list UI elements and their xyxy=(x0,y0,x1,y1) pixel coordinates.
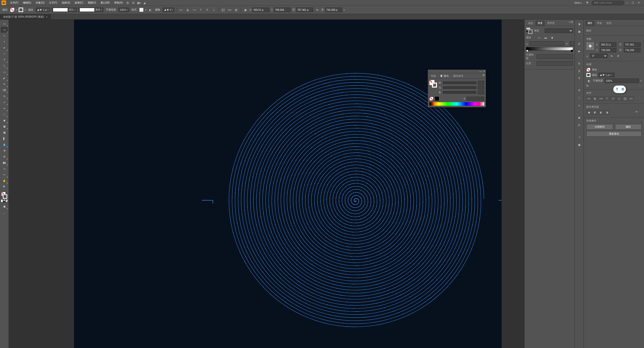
gradient-ramp[interactable] xyxy=(526,47,573,51)
dock-asset-export-icon[interactable]: ↗ xyxy=(577,134,582,140)
rotate-tool-icon[interactable]: ↻ xyxy=(1,93,8,99)
close-tab-icon[interactable]: × xyxy=(46,15,47,18)
align-b-icon[interactable]: ⤓ xyxy=(617,96,622,101)
transform-more-icon[interactable]: ▾ xyxy=(344,9,345,11)
b-slider[interactable] xyxy=(443,91,476,94)
prop-stroke-swatch[interactable] xyxy=(586,73,590,77)
selection-tool-icon[interactable]: ▭ xyxy=(1,21,8,27)
tab-color[interactable]: ◐ 颜色 xyxy=(438,74,451,78)
rectangle-tool-icon[interactable]: ▭ xyxy=(1,69,8,75)
shape-builder-tool-icon[interactable]: ◉ xyxy=(1,117,8,123)
brush-definition[interactable]: 基本▾ xyxy=(78,8,103,12)
prop-opacity-input[interactable] xyxy=(605,79,639,83)
dock-symbols-icon[interactable]: ▶ xyxy=(577,48,582,54)
g-slider[interactable] xyxy=(443,86,476,89)
menu-help[interactable]: 帮助(H) xyxy=(112,1,125,5)
b-value-input[interactable] xyxy=(478,90,484,94)
link-wh-icon[interactable]: ⇋ xyxy=(315,7,320,12)
h-input[interactable] xyxy=(325,8,342,12)
reference-point-widget[interactable] xyxy=(586,42,594,50)
paintbrush-tool-icon[interactable]: 🖌 xyxy=(1,75,8,81)
pathfinder-minus-icon[interactable]: ◩ xyxy=(592,110,597,115)
align-top-icon[interactable]: ⤒ xyxy=(198,7,203,12)
stroke-swatch[interactable] xyxy=(19,8,23,12)
fill-stroke-swatch[interactable] xyxy=(1,191,8,199)
tab-libraries[interactable]: 库板 xyxy=(595,21,604,26)
screen-mode-icon[interactable]: ▣ xyxy=(1,203,8,209)
perspective-tool-icon[interactable]: ▦ xyxy=(1,123,8,129)
color-panel-menu-icon[interactable]: ☰ xyxy=(482,74,485,78)
column-graph-tool-icon[interactable]: ▮▮ xyxy=(1,160,8,166)
black-swatch-icon[interactable] xyxy=(435,97,439,101)
opacity-input[interactable]: 100%▾ xyxy=(118,8,129,12)
tab-transparency[interactable]: 透明度 xyxy=(545,21,557,26)
r-value-input[interactable] xyxy=(478,81,484,85)
w-input[interactable] xyxy=(296,8,313,12)
mesh-tool-icon[interactable]: ▦ xyxy=(1,129,8,135)
gradient-type-select[interactable] xyxy=(545,28,573,33)
window-maximize-icon[interactable]: ▢ xyxy=(632,1,636,4)
offset-path-button[interactable]: 位移路径 xyxy=(586,124,613,130)
line-tool-icon[interactable]: ╲ xyxy=(1,63,8,69)
ime-indicator[interactable]: 英 xyxy=(613,86,626,93)
group-button[interactable]: 编组 xyxy=(615,124,642,130)
gradient-aspect-icon[interactable]: ⬰ xyxy=(566,41,568,46)
prop-y-input[interactable] xyxy=(600,48,616,52)
y-input[interactable] xyxy=(274,8,291,12)
symbol-sprayer-tool-icon[interactable]: ✲ xyxy=(1,153,8,160)
graphic-style-swatch[interactable] xyxy=(139,8,144,12)
prop-fx-label[interactable]: fx. xyxy=(586,84,589,87)
tab-swatches[interactable]: 色板 xyxy=(429,74,438,78)
direct-selection-tool-icon[interactable]: ◁ xyxy=(1,27,8,33)
dock-swatches-icon[interactable]: ▦ xyxy=(577,29,582,34)
gradient-stroke-across-icon[interactable]: ▮ xyxy=(550,35,555,40)
align-bottom-icon[interactable]: ⤓ xyxy=(211,7,216,12)
recolor-button[interactable]: 重新着色 xyxy=(586,131,641,137)
align-r-icon[interactable]: ⟹ xyxy=(598,96,603,101)
artboard[interactable] xyxy=(74,20,502,348)
window-close-icon[interactable]: ✕ xyxy=(638,1,642,4)
eraser-tool-icon[interactable]: ⌫ xyxy=(1,87,8,93)
menu-effect[interactable]: 效果(C) xyxy=(73,1,85,5)
gradient-fillstroke-swatch[interactable] xyxy=(526,27,533,34)
pathfinder-more-icon[interactable]: ⋯ xyxy=(639,110,641,115)
gradient-stroke-along-icon[interactable]: ▬ xyxy=(543,35,548,40)
shaper-tool-icon[interactable]: ✎ xyxy=(1,81,8,87)
search-input[interactable]: 搜索 Adobe Stock xyxy=(592,1,624,5)
gradient-tool-icon[interactable]: ▌ xyxy=(1,135,8,141)
dock-align-icon[interactable]: ≡ xyxy=(577,103,582,108)
gpu-icon[interactable]: ◢ xyxy=(142,0,147,5)
menu-select[interactable]: 选择(S) xyxy=(60,1,72,5)
document-tab[interactable]: 未标题-1* @ 150% (RGB/GPU 预览) × xyxy=(0,14,51,19)
menu-edit[interactable]: 编辑(E) xyxy=(21,1,33,5)
artboard-tool-icon[interactable]: ▭ xyxy=(1,166,8,172)
edit-toolbar-icon[interactable]: ⋯ xyxy=(1,210,8,216)
gradient-angle-input[interactable] xyxy=(530,41,564,46)
tab-stroke[interactable]: 描边 xyxy=(526,21,535,26)
align-vcenter-icon[interactable]: ⧖ xyxy=(205,7,210,12)
menu-file[interactable]: 文件(F) xyxy=(8,1,20,5)
magic-wand-tool-icon[interactable]: ✧ xyxy=(1,33,8,39)
g-value-input[interactable] xyxy=(478,86,484,90)
align-left-icon[interactable]: ⟸ xyxy=(179,7,184,12)
dock-brushes-icon[interactable]: 🖌 xyxy=(577,41,582,46)
dock-paragraph-icon[interactable]: ¶ xyxy=(577,75,582,81)
pathfinder-unite-icon[interactable]: ◼ xyxy=(586,110,591,115)
slice-tool-icon[interactable]: ✂ xyxy=(1,172,8,178)
tab-properties[interactable]: 属性 xyxy=(585,21,594,26)
search-icon[interactable]: 🔍 xyxy=(584,1,591,5)
gradient-stop-position-input[interactable] xyxy=(537,61,573,66)
color-panel[interactable]: — × 色板 ◐ 颜色 颜色参考 ☰ R G B # xyxy=(428,69,486,107)
r-slider[interactable] xyxy=(443,82,476,84)
align-right-icon[interactable]: ⟹ xyxy=(192,7,197,12)
dock-artboards-icon[interactable]: ▣ xyxy=(577,142,582,147)
dock-color-icon[interactable]: ◑ xyxy=(577,21,582,27)
appearance-more-icon[interactable]: ⋯ xyxy=(639,84,641,87)
stroke-dropdown-icon[interactable]: ▾ xyxy=(25,9,26,11)
fill-dropdown-icon[interactable]: ▾ xyxy=(16,9,17,11)
panel-collapse-icon[interactable]: » xyxy=(569,21,570,26)
lasso-tool-icon[interactable]: ⌇ xyxy=(1,39,8,45)
color-fillstroke-swatch[interactable] xyxy=(429,80,437,88)
curvature-tool-icon[interactable]: 〰 xyxy=(1,51,8,57)
menu-window[interactable]: 窗口(W) xyxy=(99,1,112,5)
